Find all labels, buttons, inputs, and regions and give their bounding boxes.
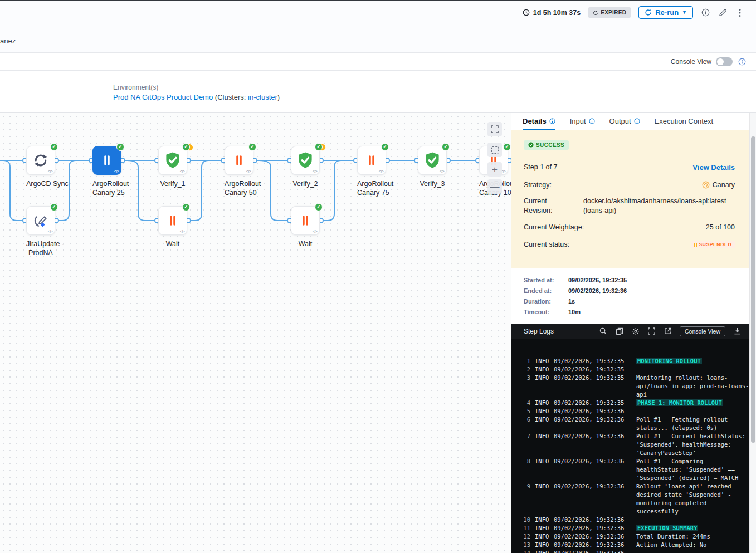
ended-at-label: Ended at: <box>524 287 568 294</box>
step-details-panel: Details Input Output Execution Context S… <box>511 113 749 553</box>
node-sublabel: Canary 75 <box>357 188 386 197</box>
log-line: 14INFO09/02/2026, 19:32:36 <box>511 549 749 553</box>
started-at-label: Started at: <box>524 277 568 283</box>
jira-update-icon <box>32 212 49 229</box>
environment-label: Environment(s) <box>113 84 280 91</box>
node-label: ArgoRollout <box>357 179 386 188</box>
canvas-zoom-out-button[interactable]: — <box>487 179 502 194</box>
step-logs-header: Step Logs Console View <box>511 324 749 339</box>
info-icon <box>549 118 555 124</box>
pause-mini-icon <box>694 243 697 247</box>
strategy-value: Canary <box>713 181 735 189</box>
pipeline-canvas[interactable]: </> ✓ ArgoCD Sync </> ✓ JiraUpdate - Pro… <box>0 113 511 553</box>
log-download-icon[interactable] <box>733 327 742 336</box>
log-line: 2INFO09/02/2026, 19:32:35 <box>511 365 749 374</box>
chevron-down-icon: ▼ <box>682 10 687 15</box>
log-line: 12INFO09/02/2026, 19:32:36Total Duration… <box>511 532 749 541</box>
step-logs-title: Step Logs <box>524 327 554 335</box>
canary-icon <box>702 181 710 189</box>
tab-input[interactable]: Input <box>570 113 595 130</box>
template-icon: </> <box>180 169 184 173</box>
pause-icon <box>364 153 379 168</box>
template-icon: </> <box>48 229 52 233</box>
step-counter: Step 1 of 7 <box>524 163 557 171</box>
pause-icon <box>100 153 114 168</box>
header-actions: 1d 5h 10m 37s EXPIRED Re-run ▼ <box>523 6 745 19</box>
suspended-badge: SUSPENDED <box>691 241 735 248</box>
node-wait-2[interactable]: </> ✓ Wait <box>291 206 320 248</box>
log-line: 4INFO09/02/2026, 19:32:35PHASE 1: MONITO… <box>511 399 749 407</box>
log-line: 7INFO09/02/2026, 19:32:36Poll #1 - Curre… <box>511 432 749 457</box>
console-view-toggle[interactable] <box>716 57 733 66</box>
success-badge-icon: ✓ <box>182 203 190 211</box>
info-icon <box>634 118 640 124</box>
execution-header: anez 1d 5h 10m 37s EXPIRED Re-run ▼ <box>0 1 756 53</box>
environment-section: Environment(s) Prod NA GitOps Product De… <box>0 71 756 113</box>
cluster-link[interactable]: in-cluster <box>248 93 277 101</box>
log-console-view-button[interactable]: Console View <box>680 326 725 336</box>
shield-check-icon <box>296 151 315 170</box>
log-search-icon[interactable] <box>599 327 608 336</box>
template-icon: </> <box>379 169 383 173</box>
node-label: Verify_3 <box>418 179 447 188</box>
log-open-external-icon[interactable] <box>664 327 672 336</box>
edit-pencil-icon[interactable] <box>718 8 728 18</box>
canvas-fullscreen-button[interactable] <box>487 122 502 136</box>
step-logs-console[interactable]: 1INFO09/02/2026, 19:32:35MONITORING ROLL… <box>511 339 749 553</box>
info-icon[interactable] <box>700 8 710 18</box>
log-line: 11INFO09/02/2026, 19:32:36EXECUTION SUMM… <box>511 524 749 532</box>
node-argorollout-canary-25[interactable]: </> ✓ ArgoRollout Canary 25 <box>92 146 121 197</box>
check-circle-icon <box>528 142 534 148</box>
template-icon: </> <box>246 169 251 173</box>
log-line: 13INFO09/02/2026, 19:32:36Action Attempt… <box>511 541 749 549</box>
template-icon: </> <box>313 229 317 233</box>
weightage-label: Current Weightage: <box>524 223 584 231</box>
timeout-label: Timeout: <box>524 309 568 315</box>
log-settings-icon[interactable] <box>631 327 640 336</box>
breadcrumb[interactable]: anez <box>0 37 16 45</box>
tab-details[interactable]: Details <box>523 113 555 130</box>
success-badge-icon: ✓ <box>442 143 450 151</box>
tab-execution-context[interactable]: Execution Context <box>655 113 714 130</box>
success-badge-icon: ✓ <box>315 203 323 211</box>
environment-link[interactable]: Prod NA GitOps Product Demo <box>113 93 213 101</box>
execution-duration: 1d 5h 10m 37s <box>523 9 581 17</box>
node-label: Verify_2 <box>291 179 320 188</box>
node-verify-1[interactable]: </> ✓ Verify_1 <box>158 146 187 188</box>
node-argocd-sync[interactable]: </> ✓ ArgoCD Sync <box>26 146 55 188</box>
log-copy-icon[interactable] <box>615 327 624 336</box>
node-label: JiraUpdate - <box>26 239 55 248</box>
panel-scrollbar[interactable] <box>749 113 756 553</box>
log-line: 3INFO09/02/2026, 19:32:35Monitoring roll… <box>511 374 749 399</box>
node-jira-update[interactable]: </> ✓ JiraUpdate - ProdNA <box>26 206 55 257</box>
node-sublabel: Canary 25 <box>92 188 121 197</box>
node-argorollout-canary-50[interactable]: </> ✓ ArgoRollout Canary 50 <box>225 146 253 197</box>
node-sublabel: ProdNA <box>26 248 55 257</box>
node-verify-2[interactable]: </> ✓ Verify_2 <box>291 146 320 188</box>
kebab-menu-icon[interactable] <box>735 8 745 18</box>
step-summary-card: SUCCESS Step 1 of 7 View Details Strateg… <box>511 130 749 268</box>
info-icon <box>589 118 595 124</box>
scrollbar-thumb[interactable] <box>751 136 755 443</box>
console-view-label: Console View <box>671 58 711 66</box>
revision-label: Current Revision: <box>524 197 573 216</box>
rerun-button[interactable]: Re-run ▼ <box>638 6 693 19</box>
success-badge-icon: ✓ <box>503 143 511 151</box>
node-label: Wait <box>291 239 320 248</box>
pipeline-edges <box>0 113 511 280</box>
node-verify-3[interactable]: </> ✓ Verify_3 <box>418 146 447 188</box>
console-view-info-icon[interactable] <box>737 57 747 67</box>
canvas-zoom-in-button[interactable]: + <box>487 162 502 177</box>
success-badge-icon: ✓ <box>315 143 323 151</box>
canvas-select-button[interactable] <box>487 143 502 157</box>
tab-output[interactable]: Output <box>609 113 640 130</box>
node-label: ArgoRollout <box>225 179 253 188</box>
log-fullscreen-icon[interactable] <box>647 327 656 336</box>
step-times: Started at:09/02/2026, 19:32:35 Ended at… <box>511 268 749 324</box>
node-wait-1[interactable]: </> ✓ Wait <box>158 206 187 248</box>
view-details-link[interactable]: View Details <box>692 163 735 172</box>
success-badge-icon: ✓ <box>50 143 58 151</box>
log-line: 8INFO09/02/2026, 19:32:36Poll #1 - Compa… <box>511 457 749 482</box>
node-argorollout-canary-75[interactable]: </> ✓ ArgoRollout Canary 75 <box>357 146 386 197</box>
retry-icon <box>593 10 598 16</box>
